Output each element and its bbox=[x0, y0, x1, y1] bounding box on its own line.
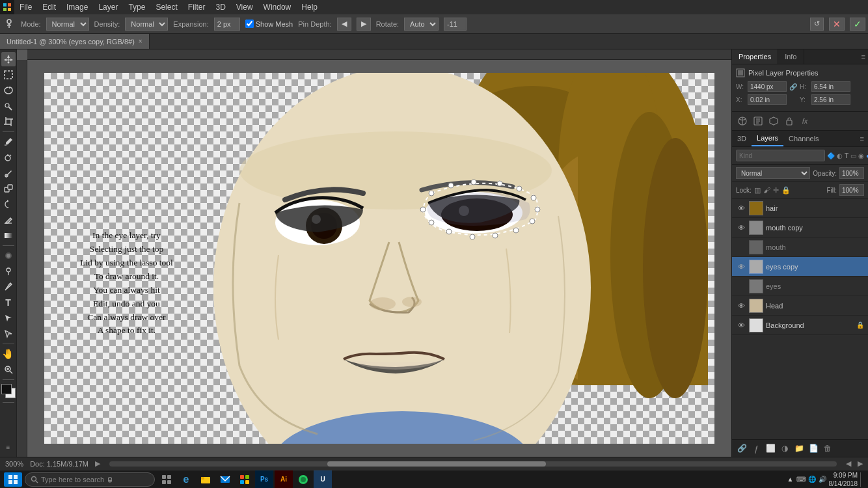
menu-view[interactable]: View bbox=[231, 0, 258, 14]
taskbar-task-view[interactable] bbox=[157, 470, 176, 489]
menu-3d[interactable]: 3D bbox=[210, 0, 230, 14]
menu-file[interactable]: File bbox=[14, 0, 37, 14]
direct-select-tool[interactable] bbox=[1, 327, 16, 341]
menu-edit[interactable]: Edit bbox=[37, 0, 61, 14]
layers-search[interactable] bbox=[736, 150, 825, 161]
layers-panel-menu[interactable]: ≡ bbox=[856, 132, 868, 145]
info-tab[interactable]: Info bbox=[778, 49, 804, 64]
filter-type-btn[interactable]: 🔷 bbox=[827, 150, 835, 161]
eraser-tool[interactable] bbox=[1, 213, 16, 227]
expansion-input[interactable] bbox=[214, 18, 240, 31]
lock-paint-btn[interactable]: 🖌 bbox=[763, 186, 770, 194]
taskbar-store[interactable] bbox=[236, 470, 254, 489]
layer-item-background[interactable]: 👁 Background 🔒 bbox=[732, 316, 868, 335]
layer-item-eyes[interactable]: 👁 eyes bbox=[732, 277, 868, 296]
layer-eye-hair[interactable]: 👁 bbox=[736, 203, 746, 213]
filter-text-btn[interactable]: T bbox=[845, 150, 848, 161]
gradient-tool[interactable] bbox=[1, 228, 16, 243]
text-tool[interactable]: T bbox=[1, 295, 16, 310]
menu-select[interactable]: Select bbox=[150, 0, 182, 14]
pin-depth-back-btn[interactable]: ◀ bbox=[337, 18, 351, 31]
panel-menu-btn[interactable]: ≡ bbox=[859, 50, 868, 63]
sys-arrow[interactable]: ▲ bbox=[787, 476, 794, 483]
filter-smart-btn[interactable]: ◉ bbox=[858, 150, 864, 161]
add-style-btn[interactable]: ƒ bbox=[750, 442, 762, 454]
add-group-btn[interactable]: 📁 bbox=[793, 442, 805, 454]
show-mesh-checkbox[interactable] bbox=[245, 20, 254, 28]
adjust-btn-3[interactable] bbox=[767, 115, 780, 128]
add-layer-btn[interactable]: 📄 bbox=[807, 442, 819, 454]
dodge-tool[interactable] bbox=[1, 264, 16, 278]
link-layers-btn[interactable]: 🔗 bbox=[736, 442, 748, 454]
brush-tool[interactable] bbox=[1, 166, 16, 180]
lock-all-btn[interactable]: 🔒 bbox=[781, 186, 791, 195]
undo-btn[interactable]: ↺ bbox=[810, 18, 824, 31]
adjust-btn-1[interactable] bbox=[736, 115, 749, 128]
menu-help[interactable]: Help bbox=[296, 0, 323, 14]
filter-adj-btn[interactable]: ◐ bbox=[837, 150, 843, 161]
menu-window[interactable]: Window bbox=[258, 0, 297, 14]
start-button[interactable] bbox=[4, 472, 22, 487]
layer-eye-mouth-copy[interactable]: 👁 bbox=[736, 223, 746, 233]
properties-tab[interactable]: Properties bbox=[732, 49, 778, 64]
adjust-btn-2[interactable] bbox=[752, 115, 765, 128]
w-input[interactable] bbox=[748, 81, 787, 92]
density-select[interactable]: Normal bbox=[125, 18, 168, 31]
path-select-tool[interactable] bbox=[1, 311, 16, 325]
filter-shape-btn[interactable]: ▭ bbox=[850, 150, 856, 161]
document-tab[interactable]: Untitled-1 @ 300% (eyes copy, RGB/8#) × bbox=[0, 34, 150, 49]
blend-mode-select[interactable]: Normal bbox=[736, 167, 810, 179]
taskbar-illustrator[interactable]: Ai bbox=[275, 470, 293, 489]
tab-close-btn[interactable]: × bbox=[139, 38, 142, 45]
quick-select-tool[interactable] bbox=[1, 99, 16, 113]
crop-tool[interactable] bbox=[1, 115, 16, 129]
extra-tools[interactable]: ≡ bbox=[1, 440, 16, 454]
pin-depth-fwd-btn[interactable]: ▶ bbox=[357, 18, 371, 31]
clone-stamp-tool[interactable] bbox=[1, 182, 16, 196]
scroll-right-btn[interactable]: ▶ bbox=[858, 459, 863, 468]
delete-layer-btn[interactable]: 🗑 bbox=[822, 442, 834, 454]
healing-tool[interactable] bbox=[1, 150, 16, 165]
taskbar-photoshop[interactable]: Ps bbox=[255, 470, 273, 489]
volume-icon[interactable]: 🔊 bbox=[819, 476, 826, 483]
add-adjustment-btn[interactable]: ◑ bbox=[779, 442, 791, 454]
layer-item-mouth[interactable]: 👁 mouth bbox=[732, 237, 868, 257]
eyedropper-tool[interactable] bbox=[1, 135, 16, 149]
doc-info-arrow[interactable]: ▶ bbox=[95, 459, 100, 468]
fill-input[interactable] bbox=[839, 184, 864, 196]
taskbar-search[interactable]: Type here to search bbox=[25, 472, 155, 487]
h-input[interactable] bbox=[811, 81, 850, 92]
menu-image[interactable]: Image bbox=[61, 0, 93, 14]
layer-eye-eyes-copy[interactable]: 👁 bbox=[736, 262, 746, 272]
move-tool[interactable] bbox=[1, 52, 16, 66]
adjust-btn-4[interactable] bbox=[783, 115, 796, 128]
tab-layers[interactable]: Layers bbox=[752, 131, 783, 146]
taskbar-app8[interactable]: U bbox=[314, 470, 332, 489]
mode-select[interactable]: Normal bbox=[46, 18, 89, 31]
layer-item-mouth-copy[interactable]: 👁 mouth copy bbox=[732, 218, 868, 237]
menu-type[interactable]: Type bbox=[123, 0, 150, 14]
cancel-btn[interactable]: ✕ bbox=[829, 18, 845, 31]
blur-tool[interactable] bbox=[1, 249, 16, 263]
menu-filter[interactable]: Filter bbox=[183, 0, 211, 14]
foreground-color[interactable] bbox=[1, 384, 12, 394]
taskbar-mail[interactable] bbox=[216, 470, 234, 489]
rotate-input[interactable] bbox=[444, 18, 467, 31]
history-brush-tool[interactable] bbox=[1, 197, 16, 211]
x-input[interactable] bbox=[748, 94, 787, 105]
layer-eye-head[interactable]: 👁 bbox=[736, 301, 746, 311]
select-tool[interactable] bbox=[1, 68, 16, 82]
layer-eye-background[interactable]: 👁 bbox=[736, 320, 746, 331]
add-mask-btn[interactable]: ⬜ bbox=[765, 442, 776, 454]
layer-item-eyes-copy[interactable]: 👁 eyes copy bbox=[732, 257, 868, 277]
pen-tool[interactable] bbox=[1, 280, 16, 294]
adjust-btn-5[interactable]: fx bbox=[798, 115, 811, 128]
commit-btn[interactable]: ✓ bbox=[850, 18, 865, 31]
layer-eye-eyes[interactable]: 👁 bbox=[736, 281, 746, 291]
canvas[interactable]: In the eye layer, try Selecting just the… bbox=[44, 73, 714, 444]
y-input[interactable] bbox=[811, 94, 850, 105]
taskbar-explorer[interactable] bbox=[197, 470, 215, 489]
lasso-tool[interactable] bbox=[1, 83, 16, 98]
taskbar-app7[interactable] bbox=[294, 470, 312, 489]
show-desktop-btn[interactable] bbox=[860, 472, 864, 487]
